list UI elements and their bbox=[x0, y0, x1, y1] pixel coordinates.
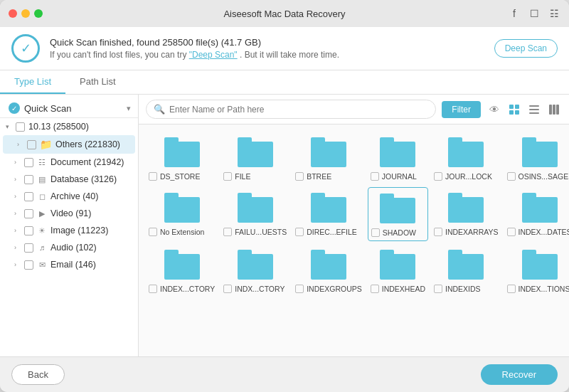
email-icon: ✉ bbox=[37, 260, 47, 270]
file-checkbox[interactable] bbox=[507, 172, 516, 181]
file-item-index_dates[interactable]: INDEX...DATES bbox=[504, 187, 569, 241]
file-item-journal[interactable]: JOURNAL bbox=[368, 132, 428, 184]
filter-button[interactable]: Filter bbox=[442, 101, 481, 118]
file-checkbox[interactable] bbox=[149, 172, 157, 181]
file-item-ds_store[interactable]: DS_STORE bbox=[146, 132, 218, 184]
file-item-indexarrays[interactable]: INDEXARRAYS bbox=[431, 187, 501, 241]
title-bar: Aiseesoft Mac Data Recovery f ☐ ☷ bbox=[0, 0, 569, 27]
traffic-lights bbox=[9, 9, 43, 18]
file-checkbox[interactable] bbox=[434, 228, 442, 236]
file-item-indexids[interactable]: INDEXIDS bbox=[431, 244, 501, 297]
quick-scan-label: Quick Scan bbox=[24, 103, 127, 114]
deep-scan-link[interactable]: "Deep Scan" bbox=[189, 50, 238, 60]
video-checkbox[interactable] bbox=[24, 209, 33, 218]
view-mode-buttons: 👁 bbox=[486, 102, 562, 117]
audio-checkbox[interactable] bbox=[24, 243, 33, 253]
list-view-button[interactable] bbox=[526, 102, 542, 117]
file-item-index_tions[interactable]: INDEX...TIONS bbox=[504, 244, 569, 297]
archive-expand-arrow: › bbox=[14, 193, 23, 200]
file-item-file[interactable]: FILE bbox=[220, 132, 289, 184]
file-item-osins_sages[interactable]: OSINS...SAGES bbox=[504, 132, 569, 184]
file-checkbox[interactable] bbox=[371, 228, 380, 237]
sidebar-item-audio[interactable]: › ♬ Audio (102) bbox=[0, 239, 138, 256]
file-checkbox[interactable] bbox=[149, 285, 157, 293]
tab-type-list[interactable]: Type List bbox=[0, 70, 65, 94]
eye-view-button[interactable]: 👁 bbox=[486, 102, 502, 117]
file-item-direc_efile[interactable]: DIREC...EFILE bbox=[292, 187, 365, 241]
folder-thumbnail bbox=[522, 137, 558, 167]
file-item-shadow[interactable]: SHADOW bbox=[368, 187, 428, 241]
file-name-label: FAILU...UESTS bbox=[235, 228, 287, 236]
file-checkbox[interactable] bbox=[371, 285, 379, 293]
file-item-jour_lock[interactable]: JOUR...LOCK bbox=[431, 132, 501, 184]
file-name-label: INDEXHEAD bbox=[382, 285, 425, 293]
image-checkbox[interactable] bbox=[24, 226, 33, 235]
sidebar-item-archive[interactable]: › ◻ Archive (40) bbox=[0, 188, 138, 205]
image-label: Image (11223) bbox=[50, 226, 132, 235]
file-name-label: SHADOW bbox=[383, 228, 416, 237]
chevron-down-icon: ▾ bbox=[127, 104, 131, 113]
facebook-icon[interactable]: f bbox=[508, 7, 521, 20]
archive-label: Archive (40) bbox=[50, 191, 132, 201]
file-checkbox[interactable] bbox=[149, 228, 157, 236]
sidebar-item-others[interactable]: › 📁 Others (221830) bbox=[3, 135, 135, 154]
recover-button[interactable]: Recover bbox=[481, 364, 558, 385]
file-item-index_ctory1[interactable]: INDEX...CTORY bbox=[146, 244, 218, 297]
svg-rect-3 bbox=[515, 110, 519, 115]
file-row-label: INDX...CTORY bbox=[223, 284, 287, 293]
minimize-button[interactable] bbox=[21, 9, 30, 18]
sidebar-item-video[interactable]: › ▶ Video (91) bbox=[0, 205, 138, 222]
file-name-label: INDEX...CTORY bbox=[160, 285, 215, 293]
file-checkbox[interactable] bbox=[434, 285, 442, 293]
message-icon[interactable]: ☐ bbox=[528, 7, 541, 20]
file-item-indexhead[interactable]: INDEXHEAD bbox=[368, 244, 428, 297]
maximize-button[interactable] bbox=[34, 9, 43, 18]
file-checkbox[interactable] bbox=[507, 285, 516, 293]
folder-thumbnail bbox=[448, 193, 484, 223]
others-expand-arrow: › bbox=[17, 141, 26, 148]
file-checkbox[interactable] bbox=[223, 172, 232, 181]
document-checkbox[interactable] bbox=[24, 158, 33, 167]
file-row-label: SHADOW bbox=[371, 228, 425, 237]
sidebar-root-item[interactable]: ▾ 10.13 (258500) bbox=[0, 118, 138, 135]
file-item-failu_uests[interactable]: FAILU...UESTS bbox=[220, 187, 289, 241]
file-checkbox[interactable] bbox=[295, 172, 304, 181]
sidebar-item-document[interactable]: › ☷ Document (21942) bbox=[0, 154, 138, 171]
grid-view-button[interactable] bbox=[506, 102, 522, 117]
file-checkbox[interactable] bbox=[507, 228, 516, 236]
search-input[interactable] bbox=[169, 105, 428, 115]
tab-path-list[interactable]: Path List bbox=[65, 70, 130, 94]
back-button[interactable]: Back bbox=[11, 364, 65, 385]
sidebar-item-database[interactable]: › ▤ Database (3126) bbox=[0, 171, 138, 188]
sidebar-item-image[interactable]: › ☀ Image (11223) bbox=[0, 222, 138, 239]
archive-checkbox[interactable] bbox=[24, 192, 33, 201]
sidebar-item-email[interactable]: › ✉ Email (146) bbox=[0, 256, 138, 273]
file-name-label: BTREE bbox=[307, 172, 331, 181]
file-checkbox[interactable] bbox=[223, 285, 232, 293]
file-name-label: DIREC...EFILE bbox=[307, 228, 357, 236]
grid-icon[interactable]: ☷ bbox=[548, 7, 560, 20]
quick-scan-row[interactable]: ✓ Quick Scan ▾ bbox=[0, 99, 138, 118]
file-row-label: DS_STORE bbox=[149, 171, 215, 181]
svg-rect-5 bbox=[529, 109, 539, 110]
deep-scan-button[interactable]: Deep Scan bbox=[494, 39, 558, 58]
file-item-index_ctory2[interactable]: INDX...CTORY bbox=[220, 244, 289, 297]
email-checkbox[interactable] bbox=[24, 260, 33, 270]
columns-view-button[interactable] bbox=[546, 102, 562, 117]
file-item-no_ext[interactable]: No Extension bbox=[146, 187, 218, 241]
folder-thumbnail bbox=[448, 137, 484, 167]
file-area: 🔍 Filter 👁 bbox=[139, 95, 569, 356]
database-checkbox[interactable] bbox=[24, 175, 33, 184]
file-checkbox[interactable] bbox=[223, 228, 232, 236]
file-item-indexgroups[interactable]: INDEXGROUPS bbox=[292, 244, 365, 297]
root-checkbox[interactable] bbox=[16, 122, 25, 132]
file-checkbox[interactable] bbox=[295, 285, 304, 293]
file-item-btree[interactable]: BTREE bbox=[292, 132, 365, 184]
file-checkbox[interactable] bbox=[295, 228, 304, 236]
svg-rect-9 bbox=[556, 105, 559, 115]
others-checkbox[interactable] bbox=[27, 140, 36, 149]
file-checkbox[interactable] bbox=[434, 172, 442, 181]
close-button[interactable] bbox=[9, 9, 17, 18]
svg-rect-7 bbox=[549, 105, 552, 115]
file-checkbox[interactable] bbox=[371, 172, 379, 181]
